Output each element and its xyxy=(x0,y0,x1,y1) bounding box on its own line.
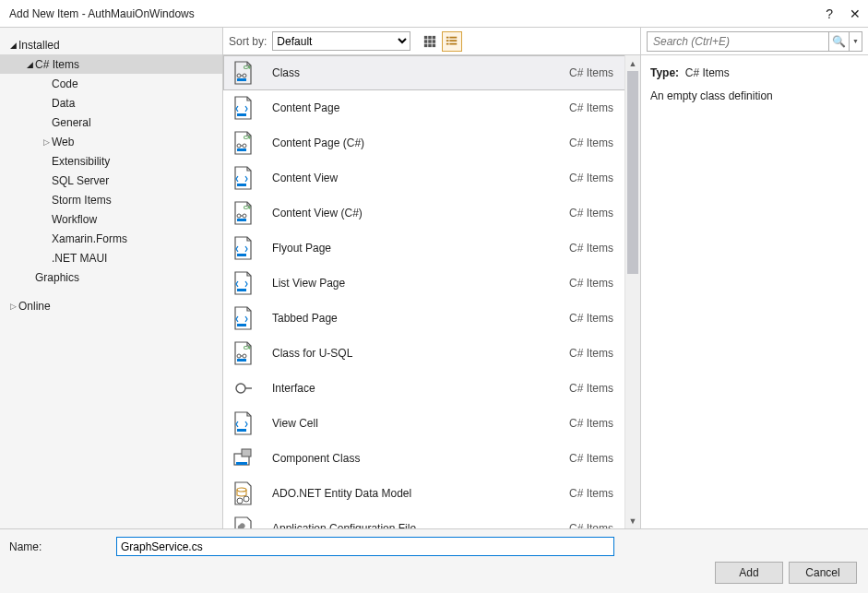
template-item-name: Component Class xyxy=(256,452,569,465)
wrench-file-icon xyxy=(230,516,256,528)
template-item-category: C# Items xyxy=(569,347,613,360)
template-item[interactable]: InterfaceC# Items xyxy=(223,371,640,406)
template-item-name: Content View (C#) xyxy=(256,207,569,219)
tree-node-installed[interactable]: ◢Installed xyxy=(0,35,222,54)
tree-node-label: Extensibility xyxy=(52,155,110,168)
xaml-file-icon xyxy=(230,165,256,191)
search-box[interactable]: 🔍 ▼ xyxy=(647,31,862,52)
template-item-name: Tabbed Page xyxy=(256,312,569,325)
cs-file-icon xyxy=(230,130,256,156)
comp-file-icon xyxy=(230,445,256,471)
list-scrollbar[interactable]: ▲ ▼ xyxy=(624,55,640,528)
expand-icon[interactable]: ▷ xyxy=(7,302,18,311)
tree-node-code[interactable]: Code xyxy=(0,74,222,93)
tree-node-c-items[interactable]: ◢C# Items xyxy=(0,54,222,74)
ado-file-icon xyxy=(230,480,256,506)
category-tree: ◢Installed◢C# ItemsCodeDataGeneral▷WebEx… xyxy=(0,28,223,528)
add-button[interactable]: Add xyxy=(715,562,783,584)
scroll-thumb[interactable] xyxy=(627,71,638,274)
tree-node-web[interactable]: ▷Web xyxy=(0,132,222,151)
tree-node-xamarin-forms[interactable]: Xamarin.Forms xyxy=(0,229,222,248)
iface-file-icon xyxy=(230,375,256,401)
tree-node-label: Installed xyxy=(18,39,60,52)
description-panel: Type: C# Items An empty class definition xyxy=(641,55,868,114)
template-item[interactable]: List View PageC# Items xyxy=(223,266,640,301)
template-item-category: C# Items xyxy=(569,207,613,219)
template-item-category: C# Items xyxy=(569,172,613,184)
xaml-file-icon xyxy=(230,235,256,261)
xaml-file-icon xyxy=(230,410,256,436)
template-item-category: C# Items xyxy=(569,312,613,325)
cs-file-icon xyxy=(230,340,256,366)
template-item[interactable]: Content PageC# Items xyxy=(223,90,640,125)
template-item[interactable]: Tabbed PageC# Items xyxy=(223,301,640,336)
template-item-category: C# Items xyxy=(569,417,613,430)
template-item[interactable]: Application Configuration FileC# Items xyxy=(223,511,640,528)
template-item[interactable]: Class for U-SQLC# Items xyxy=(223,336,640,371)
tree-node-sql-server[interactable]: SQL Server xyxy=(0,171,222,190)
tree-node-workflow[interactable]: Workflow xyxy=(0,209,222,229)
cancel-button[interactable]: Cancel xyxy=(789,562,857,584)
scroll-up-icon[interactable]: ▲ xyxy=(625,55,640,71)
template-item[interactable]: ADO.NET Entity Data ModelC# Items xyxy=(223,476,640,511)
view-grid-button[interactable] xyxy=(420,31,440,52)
help-button[interactable]: ? xyxy=(826,6,833,21)
template-item[interactable]: Content View (C#)C# Items xyxy=(223,196,640,231)
title-bar: Add New Item - AuthMauiOnWindows ? ✕ xyxy=(0,0,868,28)
name-input[interactable] xyxy=(116,537,614,556)
window-title: Add New Item - AuthMauiOnWindows xyxy=(9,7,195,20)
template-item[interactable]: Flyout PageC# Items xyxy=(223,231,640,266)
template-item-category: C# Items xyxy=(569,136,613,149)
template-item-category: C# Items xyxy=(569,101,613,114)
template-item-category: C# Items xyxy=(569,487,613,500)
search-input[interactable] xyxy=(648,35,828,48)
tree-node-label: Graphics xyxy=(35,271,79,284)
sort-label: Sort by: xyxy=(229,35,267,48)
name-label: Name: xyxy=(9,540,109,553)
footer: Name: Add Cancel xyxy=(0,528,868,593)
tree-node-label: Xamarin.Forms xyxy=(52,232,127,245)
template-item-category: C# Items xyxy=(569,277,613,290)
template-item-name: Application Configuration File xyxy=(256,522,569,528)
template-item[interactable]: Content Page (C#)C# Items xyxy=(223,125,640,160)
tree-node-label: SQL Server xyxy=(52,174,109,187)
cs-file-icon xyxy=(230,200,256,226)
tree-node-label: Online xyxy=(18,300,51,313)
scroll-down-icon[interactable]: ▼ xyxy=(625,513,640,528)
xaml-file-icon xyxy=(230,305,256,331)
template-list[interactable]: ClassC# ItemsContent PageC# ItemsContent… xyxy=(223,55,640,528)
expand-icon[interactable]: ◢ xyxy=(7,41,18,50)
expand-icon[interactable]: ▷ xyxy=(41,137,52,147)
tree-node-label: Web xyxy=(52,136,74,148)
tree-node-data[interactable]: Data xyxy=(0,93,222,113)
template-item[interactable]: View CellC# Items xyxy=(223,406,640,441)
template-item-category: C# Items xyxy=(569,242,613,255)
tree-node-general[interactable]: General xyxy=(0,113,222,132)
template-item[interactable]: Content ViewC# Items xyxy=(223,160,640,196)
xaml-file-icon xyxy=(230,95,256,121)
tree-node-storm-items[interactable]: Storm Items xyxy=(0,190,222,209)
close-button[interactable]: ✕ xyxy=(850,6,861,21)
template-item-name: List View Page xyxy=(256,277,569,290)
template-item-name: Content View xyxy=(256,172,569,184)
template-item-name: Class for U-SQL xyxy=(256,347,569,360)
tree-node-label: Workflow xyxy=(52,213,97,226)
template-item-category: C# Items xyxy=(569,522,613,528)
template-item[interactable]: Component ClassC# Items xyxy=(223,441,640,476)
tree-node-label: .NET MAUI xyxy=(52,252,107,265)
template-item[interactable]: ClassC# Items xyxy=(223,55,640,90)
tree-node-graphics[interactable]: Graphics xyxy=(0,267,222,287)
cs-file-icon xyxy=(230,60,256,86)
search-icon[interactable]: 🔍 xyxy=(828,32,849,51)
list-toolbar: Sort by: Default xyxy=(223,28,640,55)
tree-node--net-maui[interactable]: .NET MAUI xyxy=(0,248,222,267)
template-item-name: Interface xyxy=(256,382,569,395)
expand-icon[interactable]: ◢ xyxy=(24,60,35,69)
sort-dropdown[interactable]: Default xyxy=(272,31,410,51)
view-list-button[interactable] xyxy=(442,31,462,52)
search-dropdown-icon[interactable]: ▼ xyxy=(849,32,862,51)
tree-node-label: Code xyxy=(52,77,78,90)
type-value: C# Items xyxy=(685,66,730,79)
tree-node-extensibility[interactable]: Extensibility xyxy=(0,151,222,171)
tree-node-online[interactable]: ▷Online xyxy=(0,296,222,315)
